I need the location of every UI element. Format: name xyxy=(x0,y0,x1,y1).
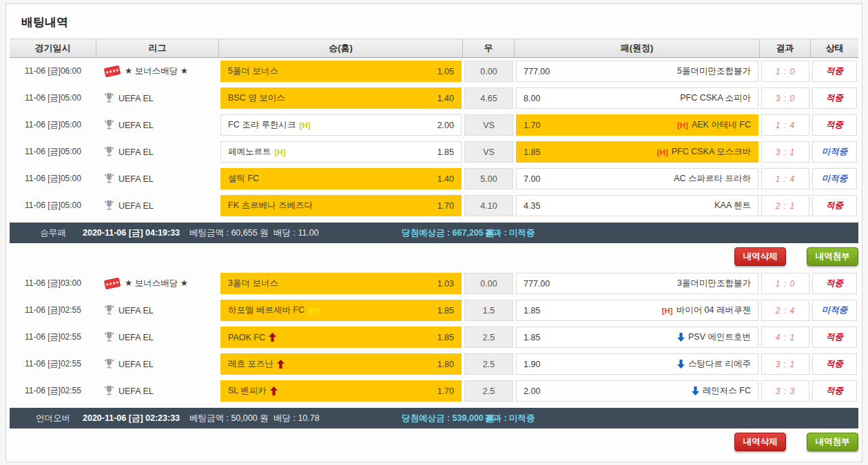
match-datetime: 11-06 [금]06:00 xyxy=(10,65,96,77)
home-odds-cell[interactable]: 3폴더 보너스1.03 xyxy=(220,273,462,294)
league-cell: UEFA EL xyxy=(96,174,219,184)
away-odds-value: 1.70 xyxy=(524,121,540,130)
uefa-trophy-icon xyxy=(105,359,114,369)
league-cell: ★ 보너스배당 ★ xyxy=(96,65,219,77)
home-odds-cell[interactable]: 하포엘 베르셰바 FC[H]1.85 xyxy=(220,300,462,321)
odds-up-icon xyxy=(277,360,285,369)
attach-history-button[interactable]: 내역첨부 xyxy=(807,433,858,451)
home-odds-cell[interactable]: 5폴더 보너스1.05 xyxy=(220,61,462,82)
bet-rows: 11-06 [금]03:00★ 보너스배당 ★3폴더 보너스1.030.0077… xyxy=(10,270,858,404)
away-odds-cell[interactable]: 777.005폴더미만조합불가 xyxy=(516,61,758,82)
home-team-name: BSC 영 보이스 xyxy=(228,92,285,104)
bet-timestamp: 2020-11-06 [금] 04:19:33 xyxy=(83,223,180,243)
home-odds-cell[interactable]: 페예노르트[H]1.85 xyxy=(220,141,462,163)
home-odds-value: 1.40 xyxy=(437,174,454,184)
team-label: AEK 아테네 FC xyxy=(692,119,751,131)
team-label: 페예노르트 xyxy=(228,146,271,158)
home-marker: [H] xyxy=(662,307,673,315)
away-odds-cell[interactable]: 1.90스탕다르 리에주 xyxy=(516,353,758,375)
bet-status-badge: 미적중 xyxy=(812,168,857,189)
draw-odds-cell[interactable]: 0.00 xyxy=(464,273,513,294)
league-cell: UEFA EL xyxy=(96,332,219,342)
team-label: PFC CSKA 소피아 xyxy=(680,92,751,104)
away-odds-cell[interactable]: 4.35KAA 헨트 xyxy=(516,195,758,216)
draw-odds-cell[interactable]: 4.10 xyxy=(464,195,513,216)
home-odds-cell[interactable]: SL 벤피카1.70 xyxy=(220,380,462,402)
away-odds-value: 1.85 xyxy=(524,333,540,342)
away-odds-cell[interactable]: 7.00AC 스파르타 프라하 xyxy=(516,168,758,189)
away-odds-cell[interactable]: 8.00PFC CSKA 소피아 xyxy=(516,87,758,109)
match-datetime: 11-06 [금]05:00 xyxy=(10,146,96,158)
away-odds-cell[interactable]: 1.85[H]PFC CSKA 모스크바 xyxy=(516,141,758,163)
odds-up-icon xyxy=(270,386,278,395)
team-label: AC 스파르타 프라하 xyxy=(674,173,751,185)
uefa-trophy-icon xyxy=(105,386,114,396)
away-odds-value: 4.35 xyxy=(524,201,540,211)
away-odds-cell[interactable]: 1.85PSV 에인트호번 xyxy=(516,327,758,348)
header-result: 결과 xyxy=(760,39,811,57)
home-marker: [H] xyxy=(300,121,311,130)
team-label: 5폴더 보너스 xyxy=(228,65,278,77)
draw-odds-cell[interactable]: 2.5 xyxy=(464,327,513,348)
away-odds-cell[interactable]: 1.85[H]바이어 04 레버쿠젠 xyxy=(516,300,758,321)
draw-odds-cell[interactable]: 1.5 xyxy=(464,300,513,321)
uefa-trophy-icon xyxy=(105,120,114,130)
away-team-name: 3폴더미만조합불가 xyxy=(677,278,751,289)
delete-history-button[interactable]: 내역삭제 xyxy=(734,433,786,451)
league-name: UEFA EL xyxy=(118,201,154,211)
header-status: 상태 xyxy=(811,39,858,57)
match-score: 3 : 1 xyxy=(761,141,809,163)
match-score: 3 : 0 xyxy=(761,87,809,109)
actions-row: 내역삭제 내역첨부 xyxy=(10,243,858,269)
home-odds-cell[interactable]: FK 츠르베나 즈베즈다1.70 xyxy=(220,195,462,216)
home-odds-cell[interactable]: PAOK FC1.85 xyxy=(220,327,462,348)
home-team-name: 레흐 포즈난 xyxy=(228,358,285,370)
home-marker: [H] xyxy=(275,148,286,156)
home-odds-cell[interactable]: 셀틱 FC1.40 xyxy=(220,168,462,189)
home-odds-cell[interactable]: 레흐 포즈난1.80 xyxy=(220,353,462,375)
bet-status-badge: 적중 xyxy=(812,353,857,375)
delete-history-button[interactable]: 내역삭제 xyxy=(734,247,786,266)
draw-odds-cell[interactable]: 2.5 xyxy=(464,380,513,402)
home-team-name: 3폴더 보너스 xyxy=(228,278,278,289)
draw-odds-cell[interactable]: 2.5 xyxy=(464,353,513,375)
bet-result: 결과 : 미적중 xyxy=(484,223,535,243)
draw-odds-cell[interactable]: VS xyxy=(464,114,513,136)
away-odds-value: 1.90 xyxy=(524,360,540,369)
away-odds-value: 2.00 xyxy=(524,386,540,396)
away-team-name: PFC CSKA 소피아 xyxy=(680,92,751,104)
uefa-trophy-icon xyxy=(105,332,114,342)
bet-rows: 11-06 [금]06:00★ 보너스배당 ★5폴더 보너스1.050.0077… xyxy=(10,58,858,219)
bet-slip-summary: 승무패 2020-11-06 [금] 04:19:33 베팅금액 : 60,65… xyxy=(10,223,858,243)
bet-status-badge: 적중 xyxy=(812,380,857,402)
bet-row: 11-06 [금]02:55UEFA EL레흐 포즈난1.802.51.90스탕… xyxy=(10,351,858,378)
team-label: 5폴더미만조합불가 xyxy=(677,65,751,77)
draw-odds-cell[interactable]: 0.00 xyxy=(464,61,513,82)
uefa-trophy-icon xyxy=(105,93,114,103)
away-team-name: [H]바이어 04 레버쿠젠 xyxy=(662,304,751,316)
home-odds-cell[interactable]: FC 조랴 루한시크[H]2.00 xyxy=(220,114,462,136)
table-header-row: 경기일시 리그 승(홈) 무 패(원정) 결과 상태 xyxy=(10,39,858,58)
header-draw: 무 xyxy=(463,39,515,57)
match-datetime: 11-06 [금]05:00 xyxy=(10,200,96,211)
away-odds-value: 777.00 xyxy=(524,67,550,76)
away-team-name: 레인저스 FC xyxy=(692,385,751,397)
draw-odds-cell[interactable]: 5.00 xyxy=(464,168,513,189)
home-team-name: PAOK FC xyxy=(228,333,276,342)
header-away-win: 패(원정) xyxy=(515,39,760,57)
away-team-name: [H]PFC CSKA 모스크바 xyxy=(657,146,751,158)
match-score: 2 : 1 xyxy=(761,195,809,216)
away-team-name: 스탕다르 리에주 xyxy=(677,358,751,370)
draw-odds-cell[interactable]: VS xyxy=(464,141,513,163)
league-cell: ★ 보너스배당 ★ xyxy=(96,278,219,289)
bet-amount: 베팅금액 : 50,000 원 xyxy=(189,408,269,428)
match-score: 3 : 3 xyxy=(761,380,809,402)
away-odds-cell[interactable]: 1.70[H]AEK 아테네 FC xyxy=(516,114,758,136)
away-odds-cell[interactable]: 777.003폴더미만조합불가 xyxy=(516,273,758,294)
team-label: SL 벤피카 xyxy=(228,385,267,397)
home-odds-cell[interactable]: BSC 영 보이스1.40 xyxy=(220,87,462,109)
draw-odds-cell[interactable]: 4.65 xyxy=(464,87,513,109)
attach-history-button[interactable]: 내역첨부 xyxy=(807,247,858,266)
league-cell: UEFA EL xyxy=(96,359,219,369)
away-odds-cell[interactable]: 2.00레인저스 FC xyxy=(516,380,758,402)
